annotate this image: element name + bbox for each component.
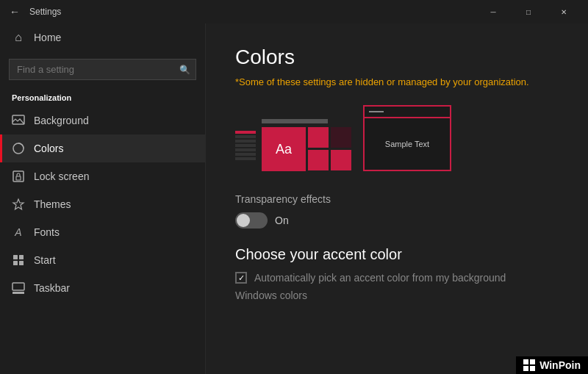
window-controls: ─ □ ✕ bbox=[476, 0, 581, 24]
svg-rect-5 bbox=[19, 255, 24, 259]
menu-line-2 bbox=[235, 140, 256, 143]
sidebar-item-start[interactable]: Start bbox=[0, 246, 205, 274]
preview-window: Sample Text bbox=[363, 105, 451, 171]
transparency-toggle-row: On bbox=[235, 212, 559, 229]
icon-sq-4 bbox=[530, 366, 535, 371]
taskbar-label: Taskbar bbox=[34, 282, 70, 294]
transparency-toggle[interactable] bbox=[235, 212, 268, 229]
sidebar-item-taskbar[interactable]: Taskbar bbox=[0, 274, 205, 302]
fonts-icon: A bbox=[12, 226, 25, 239]
preview-window-bar bbox=[365, 107, 450, 118]
home-icon: ⌂ bbox=[12, 31, 25, 44]
watermark-text: WinPoin bbox=[539, 359, 581, 371]
lock-screen-icon bbox=[12, 170, 25, 183]
background-icon bbox=[12, 114, 25, 127]
sidebar-item-home[interactable]: ⌂ Home bbox=[0, 24, 205, 51]
tile-sm-dark-1 bbox=[331, 127, 351, 148]
icon-sq-3 bbox=[523, 366, 528, 371]
preview-menu-lines bbox=[235, 119, 256, 171]
titlebar-title: Settings bbox=[29, 7, 476, 17]
preview-window-title-line bbox=[369, 111, 384, 112]
content-area: Colors *Some of these settings are hidde… bbox=[206, 24, 588, 374]
tile-large-aa: Aa bbox=[262, 127, 306, 171]
org-notice: *Some of these settings are hidden or ma… bbox=[235, 76, 559, 87]
winpoin-icon bbox=[523, 359, 535, 371]
preview-menu-tiles: Aa bbox=[235, 119, 351, 171]
themes-icon bbox=[12, 198, 25, 211]
tile-small-group bbox=[308, 127, 329, 171]
tile-sm-2 bbox=[308, 150, 329, 170]
sidebar-section-title: Personalization bbox=[0, 87, 205, 107]
auto-pick-row: Automatically pick an accent color from … bbox=[235, 272, 559, 284]
tile-row-1: Aa bbox=[262, 127, 351, 171]
sidebar: ⌂ Home 🔍 Personalization Background bbox=[0, 24, 206, 374]
auto-pick-label: Automatically pick an accent color from … bbox=[254, 272, 506, 284]
sidebar-item-fonts[interactable]: A Fonts bbox=[0, 218, 205, 246]
tile-sm-1 bbox=[308, 127, 329, 148]
colors-icon bbox=[12, 142, 25, 155]
search-container: 🔍 bbox=[9, 59, 196, 80]
svg-rect-9 bbox=[12, 292, 24, 294]
minimize-button[interactable]: ─ bbox=[476, 0, 510, 24]
start-label: Start bbox=[34, 254, 56, 266]
transparency-label: Transparency effects bbox=[235, 193, 559, 205]
auto-pick-checkbox[interactable] bbox=[235, 272, 247, 284]
toggle-state-label: On bbox=[275, 215, 289, 226]
app-body: ⌂ Home 🔍 Personalization Background bbox=[0, 24, 588, 374]
accent-color-title: Choose your accent color bbox=[235, 246, 559, 263]
sample-text: Sample Text bbox=[385, 140, 429, 148]
search-icon: 🔍 bbox=[179, 65, 190, 75]
svg-rect-6 bbox=[13, 261, 18, 265]
svg-rect-7 bbox=[19, 261, 24, 265]
lock-screen-label: Lock screen bbox=[34, 170, 89, 182]
svg-rect-8 bbox=[12, 283, 24, 290]
start-icon bbox=[12, 253, 25, 267]
colors-label: Colors bbox=[34, 143, 63, 154]
tile-sm-3 bbox=[331, 150, 351, 170]
taskbar-icon bbox=[12, 281, 25, 295]
toggle-knob bbox=[237, 214, 250, 227]
preview-window-content: Sample Text bbox=[365, 118, 450, 170]
background-label: Background bbox=[34, 115, 89, 126]
page-title: Colors bbox=[235, 46, 559, 69]
back-button[interactable]: ← bbox=[7, 4, 22, 19]
icon-sq-2 bbox=[530, 359, 535, 364]
watermark: WinPoin bbox=[516, 356, 588, 374]
titlebar: ← Settings ─ □ ✕ bbox=[0, 0, 588, 24]
color-preview-section: Aa bbox=[235, 105, 559, 171]
icon-sq-1 bbox=[523, 359, 528, 364]
svg-rect-3 bbox=[16, 176, 21, 180]
home-label: Home bbox=[34, 32, 61, 43]
windows-colors-label: Windows colors bbox=[235, 290, 559, 301]
tile-small-group-2 bbox=[331, 127, 351, 171]
close-button[interactable]: ✕ bbox=[547, 0, 581, 24]
search-input[interactable] bbox=[9, 59, 196, 80]
menu-line-accent bbox=[235, 131, 256, 134]
menu-line-6 bbox=[235, 157, 256, 160]
sidebar-item-background[interactable]: Background bbox=[0, 107, 205, 134]
preview-tiles: Aa bbox=[262, 119, 351, 171]
sidebar-item-themes[interactable]: Themes bbox=[0, 190, 205, 218]
sidebar-item-lock-screen[interactable]: Lock screen bbox=[0, 162, 205, 190]
svg-rect-4 bbox=[13, 255, 18, 259]
menu-line-4 bbox=[235, 148, 256, 151]
tiles-top-bar bbox=[262, 119, 328, 123]
menu-line-5 bbox=[235, 153, 256, 156]
themes-label: Themes bbox=[34, 198, 71, 210]
menu-line-1 bbox=[235, 135, 256, 138]
sidebar-item-colors[interactable]: Colors bbox=[0, 134, 205, 162]
maximize-button[interactable]: □ bbox=[512, 0, 545, 24]
fonts-label: Fonts bbox=[34, 226, 60, 238]
menu-line-3 bbox=[235, 144, 256, 147]
